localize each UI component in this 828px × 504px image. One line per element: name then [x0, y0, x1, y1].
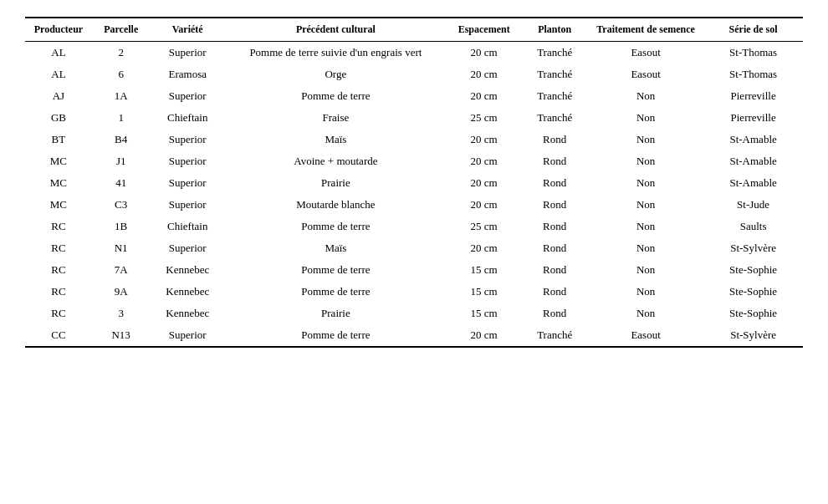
cell-precedent: Prairie	[225, 303, 447, 324]
cell-espacement: 20 cm	[447, 129, 522, 150]
cell-parcelle: 9A	[92, 281, 151, 303]
cell-variete: Superior	[151, 129, 225, 150]
cell-variete: Superior	[151, 85, 225, 107]
cell-parcelle: 7A	[92, 259, 151, 281]
cell-planton: Tranché	[521, 107, 587, 129]
cell-planton: Rond	[521, 259, 587, 281]
cell-producteur: RC	[25, 303, 92, 324]
cell-espacement: 20 cm	[447, 194, 522, 216]
cell-traitement: Non	[588, 303, 703, 324]
cell-producteur: GB	[25, 107, 92, 129]
table-row: RC3KennebecPrairie15 cmRondNonSte-Sophie	[25, 303, 803, 324]
cell-traitement: Non	[588, 259, 703, 281]
cell-traitement: Non	[588, 107, 703, 129]
cell-parcelle: B4	[92, 129, 151, 150]
table-row: BTB4SuperiorMaïs20 cmRondNonSt-Amable	[25, 129, 803, 150]
cell-precedent: Pomme de terre	[225, 281, 447, 303]
cell-precedent: Pomme de terre	[225, 85, 447, 107]
header-traitement: Traitement de semence	[588, 18, 703, 42]
cell-serie: St-Sylvère	[703, 237, 803, 259]
cell-producteur: AJ	[25, 85, 92, 107]
cell-traitement: Non	[588, 172, 703, 194]
cell-planton: Rond	[521, 129, 587, 150]
cell-producteur: AL	[25, 42, 92, 64]
cell-espacement: 25 cm	[447, 216, 522, 237]
cell-variete: Superior	[151, 194, 225, 216]
cell-precedent: Maïs	[225, 129, 447, 150]
cell-planton: Rond	[521, 172, 587, 194]
cell-parcelle: N13	[92, 324, 151, 347]
cell-espacement: 15 cm	[447, 303, 522, 324]
cell-traitement: Easout	[588, 64, 703, 85]
cell-precedent: Fraise	[225, 107, 447, 129]
cell-serie: Pierreville	[703, 85, 803, 107]
cell-precedent: Pomme de terre suivie d'un engrais vert	[225, 42, 447, 64]
header-variete: Variété	[151, 18, 225, 42]
cell-serie: St-Sylvère	[703, 324, 803, 347]
cell-planton: Tranché	[521, 64, 587, 85]
cell-serie: St-Thomas	[703, 64, 803, 85]
cell-producteur: MC	[25, 172, 92, 194]
table-row: GB1ChieftainFraise25 cmTranchéNonPierrev…	[25, 107, 803, 129]
cell-serie: St-Thomas	[703, 42, 803, 64]
cell-parcelle: 2	[92, 42, 151, 64]
cell-precedent: Avoine + moutarde	[225, 150, 447, 172]
cell-espacement: 20 cm	[447, 42, 522, 64]
table-row: CCN13SuperiorPomme de terre20 cmTranchéE…	[25, 324, 803, 347]
cell-precedent: Maïs	[225, 237, 447, 259]
cell-espacement: 15 cm	[447, 259, 522, 281]
table-row: MCJ1SuperiorAvoine + moutarde20 cmRondNo…	[25, 150, 803, 172]
header-espacement: Espacement	[447, 18, 522, 42]
cell-espacement: 20 cm	[447, 172, 522, 194]
cell-planton: Tranché	[521, 42, 587, 64]
table-row: AJ1ASuperiorPomme de terre20 cmTranchéNo…	[25, 85, 803, 107]
cell-variete: Superior	[151, 150, 225, 172]
cell-traitement: Non	[588, 150, 703, 172]
header-parcelle: Parcelle	[92, 18, 151, 42]
cell-planton: Rond	[521, 303, 587, 324]
cell-parcelle: J1	[92, 150, 151, 172]
cell-producteur: MC	[25, 150, 92, 172]
cell-traitement: Non	[588, 216, 703, 237]
cell-serie: St-Amable	[703, 129, 803, 150]
cell-producteur: MC	[25, 194, 92, 216]
cell-traitement: Easout	[588, 324, 703, 347]
cell-espacement: 20 cm	[447, 64, 522, 85]
header-precedent: Précédent cultural	[225, 18, 447, 42]
cell-planton: Tranché	[521, 85, 587, 107]
cell-precedent: Orge	[225, 64, 447, 85]
cell-planton: Tranché	[521, 324, 587, 347]
table-row: RC1BChieftainPomme de terre25 cmRondNonS…	[25, 216, 803, 237]
header-serie: Série de sol	[703, 18, 803, 42]
header-row: Producteur Parcelle Variété Précédent cu…	[25, 18, 803, 42]
cell-espacement: 20 cm	[447, 85, 522, 107]
cell-parcelle: 6	[92, 64, 151, 85]
table-row: RC7AKennebecPomme de terre15 cmRondNonSt…	[25, 259, 803, 281]
cell-parcelle: 41	[92, 172, 151, 194]
cell-producteur: AL	[25, 64, 92, 85]
cell-producteur: RC	[25, 281, 92, 303]
cell-espacement: 20 cm	[447, 237, 522, 259]
cell-traitement: Non	[588, 237, 703, 259]
header-producteur: Producteur	[25, 18, 92, 42]
cell-traitement: Non	[588, 281, 703, 303]
cell-variete: Superior	[151, 172, 225, 194]
cell-producteur: RC	[25, 237, 92, 259]
cell-precedent: Prairie	[225, 172, 447, 194]
cell-planton: Rond	[521, 237, 587, 259]
cell-serie: St-Amable	[703, 172, 803, 194]
cell-espacement: 20 cm	[447, 150, 522, 172]
cell-producteur: BT	[25, 129, 92, 150]
cell-precedent: Moutarde blanche	[225, 194, 447, 216]
table-row: MCC3SuperiorMoutarde blanche20 cmRondNon…	[25, 194, 803, 216]
cell-traitement: Non	[588, 129, 703, 150]
cell-traitement: Easout	[588, 42, 703, 64]
cell-espacement: 25 cm	[447, 107, 522, 129]
cell-traitement: Non	[588, 85, 703, 107]
cell-variete: Kennebec	[151, 259, 225, 281]
table-row: MC41SuperiorPrairie20 cmRondNonSt-Amable	[25, 172, 803, 194]
data-table: Producteur Parcelle Variété Précédent cu…	[25, 17, 803, 348]
cell-variete: Superior	[151, 324, 225, 347]
cell-variete: Kennebec	[151, 303, 225, 324]
cell-parcelle: 3	[92, 303, 151, 324]
